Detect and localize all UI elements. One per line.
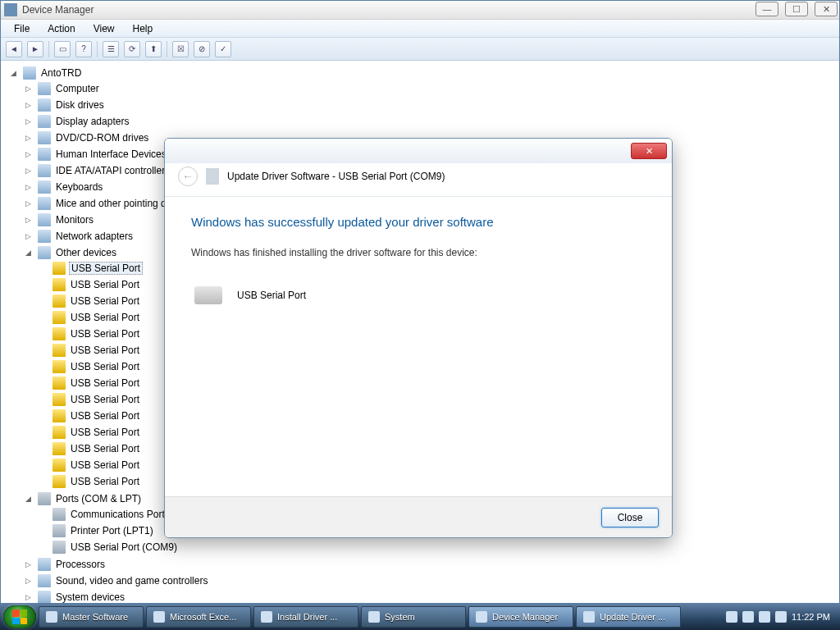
tree-item[interactable]: ▷Display adapters xyxy=(24,114,839,129)
close-button[interactable]: Close xyxy=(601,508,659,527)
tree-item-label: Monitors xyxy=(54,214,95,226)
maximize-button[interactable]: ☐ xyxy=(785,2,808,16)
expand-icon[interactable] xyxy=(39,330,48,339)
tree-item-label: Computer xyxy=(54,83,101,94)
expand-icon[interactable] xyxy=(39,313,48,322)
expand-icon[interactable] xyxy=(39,346,48,355)
taskbar-app-button[interactable]: Device Manager xyxy=(468,606,573,628)
start-button[interactable] xyxy=(3,605,36,628)
menu-help[interactable]: Help xyxy=(125,21,162,36)
tree-root[interactable]: ◢ AntoTRD xyxy=(9,66,839,80)
app-icon xyxy=(4,3,17,16)
tree-item[interactable]: ▷Computer xyxy=(24,81,839,96)
toolbar-back-icon[interactable]: ◄ xyxy=(6,41,22,57)
separator xyxy=(97,41,98,57)
toolbar-scan-icon[interactable]: ⟳ xyxy=(124,41,140,57)
expand-icon[interactable]: ▷ xyxy=(24,593,33,602)
back-icon[interactable]: ← xyxy=(178,167,198,186)
app-icon xyxy=(153,611,165,623)
warning-device-icon xyxy=(52,393,66,406)
tray-network-icon[interactable] xyxy=(742,611,754,623)
expand-icon[interactable] xyxy=(39,395,48,404)
tree-item-label: USB Serial Port xyxy=(69,427,141,438)
expand-icon[interactable]: ▷ xyxy=(24,183,33,192)
expand-icon[interactable] xyxy=(39,363,48,372)
menu-action[interactable]: Action xyxy=(39,21,83,36)
device-category-icon xyxy=(38,164,51,177)
menu-file[interactable]: File xyxy=(6,21,38,36)
expand-icon[interactable]: ▷ xyxy=(24,232,33,241)
separator xyxy=(167,41,167,57)
expand-icon[interactable] xyxy=(39,477,48,486)
expand-icon[interactable]: ▷ xyxy=(24,101,33,110)
close-window-button[interactable]: ✕ xyxy=(815,2,838,16)
taskbar-app-button[interactable]: Microsoft Exce... xyxy=(146,606,251,628)
dialog-title: Update Driver Software - USB Serial Port… xyxy=(227,171,445,182)
toolbar-show-hidden-icon[interactable]: ▭ xyxy=(54,41,71,57)
warning-device-icon xyxy=(52,475,66,488)
expand-icon[interactable]: ▷ xyxy=(24,84,33,94)
expand-icon[interactable] xyxy=(39,510,48,519)
tree-item[interactable]: ▷Processors xyxy=(24,557,839,572)
expand-icon[interactable]: ▷ xyxy=(24,199,33,208)
tree-item-label: USB Serial Port xyxy=(69,410,141,422)
taskbar-app-button[interactable]: Update Driver ... xyxy=(576,606,681,628)
dialog-close-x-button[interactable]: ✕ xyxy=(631,143,667,159)
expand-icon[interactable]: ▷ xyxy=(24,150,33,159)
toolbar-forward-icon[interactable]: ► xyxy=(27,41,43,57)
toolbar-uninstall-icon[interactable]: ☒ xyxy=(172,41,189,57)
tree-item[interactable]: ▷Sound, video and game controllers xyxy=(24,573,839,588)
toolbar-properties-icon[interactable]: ☰ xyxy=(103,41,119,57)
expand-icon[interactable] xyxy=(39,297,48,306)
tree-item-label: USB Serial Port xyxy=(69,459,141,471)
device-name: USB Serial Port xyxy=(237,290,306,301)
toolbar-help-icon[interactable]: ? xyxy=(75,41,92,57)
expand-icon[interactable] xyxy=(39,445,48,454)
menu-view[interactable]: View xyxy=(85,21,123,36)
collapse-icon[interactable]: ◢ xyxy=(24,495,33,504)
toolbar-disable-icon[interactable]: ⊘ xyxy=(194,41,210,57)
expand-icon[interactable]: ▷ xyxy=(24,577,33,586)
taskbar-app-button[interactable]: Master Software xyxy=(39,606,144,628)
toolbar-enable-icon[interactable]: ✓ xyxy=(215,41,231,57)
taskbar-app-button[interactable]: Install Driver ... xyxy=(253,606,358,628)
dialog-subtext: Windows has finished installing the driv… xyxy=(191,247,646,258)
expand-icon[interactable]: ▷ xyxy=(24,134,33,143)
clock[interactable]: 11:22 PM xyxy=(792,612,830,622)
tray-chevron-icon[interactable] xyxy=(726,611,737,623)
taskbar-app-button[interactable]: System xyxy=(361,606,466,628)
computer-icon xyxy=(23,66,36,80)
warning-device-icon xyxy=(52,262,66,275)
tree-item[interactable]: ▷System devices xyxy=(24,590,839,603)
warning-device-icon xyxy=(52,377,66,390)
expand-icon[interactable] xyxy=(39,412,48,421)
expand-icon[interactable] xyxy=(39,527,48,536)
expand-icon[interactable]: ▷ xyxy=(24,167,33,176)
tree-item-label: Other devices xyxy=(54,247,118,258)
tray-flag-icon[interactable] xyxy=(775,611,787,623)
device-category-icon xyxy=(38,131,51,144)
expand-icon[interactable] xyxy=(39,281,48,290)
tray-volume-icon[interactable] xyxy=(759,611,770,623)
tree-item-label: Ports (COM & LPT) xyxy=(54,493,143,504)
system-tray[interactable]: 11:22 PM xyxy=(726,611,837,623)
tree-item-label: Printer Port (LPT1) xyxy=(69,525,155,536)
expand-icon[interactable] xyxy=(39,461,48,470)
expand-icon[interactable] xyxy=(39,264,48,273)
expand-icon[interactable] xyxy=(39,379,48,388)
tree-item-label: USB Serial Port xyxy=(69,262,143,275)
expand-icon[interactable] xyxy=(39,543,48,552)
dialog-footer: Close xyxy=(165,496,672,537)
tree-item[interactable]: USB Serial Port (COM9) xyxy=(39,540,839,555)
minimize-button[interactable]: — xyxy=(756,2,778,16)
expand-icon[interactable]: ▷ xyxy=(24,117,33,126)
expand-icon[interactable]: ▷ xyxy=(24,560,33,569)
collapse-icon[interactable]: ◢ xyxy=(24,249,33,258)
device-category-icon xyxy=(38,492,51,505)
toolbar-update-icon[interactable]: ⬆ xyxy=(145,41,162,57)
expand-icon[interactable]: ▷ xyxy=(24,216,33,225)
expand-icon[interactable] xyxy=(39,428,48,437)
tree-item[interactable]: ▷Disk drives xyxy=(24,98,839,112)
warning-device-icon xyxy=(52,344,66,357)
collapse-icon[interactable]: ◢ xyxy=(9,69,18,78)
